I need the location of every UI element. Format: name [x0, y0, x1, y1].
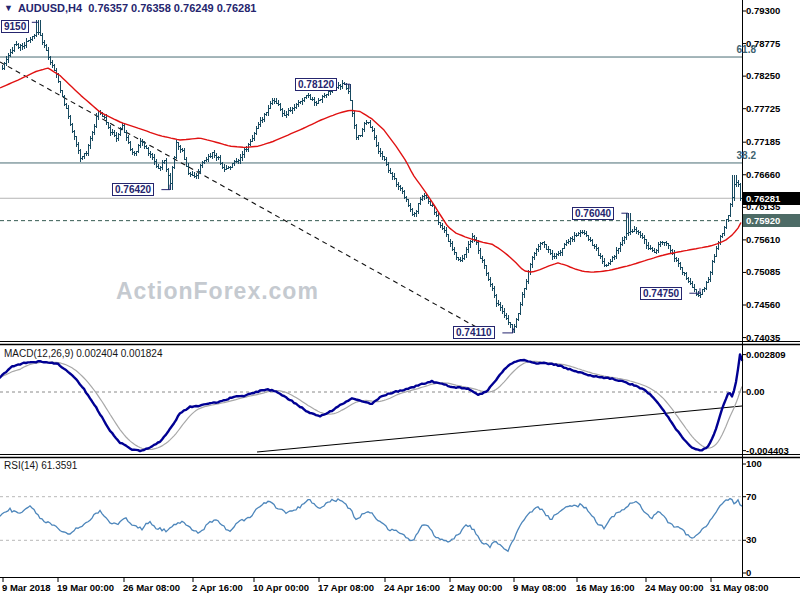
- price-axis-label: 0.75610: [746, 234, 780, 245]
- price-axis-label: 0.76660: [746, 169, 780, 180]
- macd-indicator-label: MACD(12,26,9) 0.002404 0.001824: [4, 348, 162, 359]
- symbol-info-bar[interactable]: ▼AUDUSD,H4 0.76357 0.76358 0.76249 0.762…: [4, 2, 256, 14]
- fib-level-label: 38.2: [726, 150, 756, 161]
- price-axis-label: 0.74560: [746, 299, 780, 310]
- price-annotation: 0.76040: [572, 207, 614, 220]
- falling-trendline: [0, 62, 478, 328]
- rsi-axis-label: 70: [746, 491, 757, 502]
- price-bars: [2, 20, 742, 333]
- rsi-axis-label: 100: [746, 458, 762, 469]
- time-axis-label: 24 May 00:00: [645, 582, 704, 593]
- price-axis-label: 0.77185: [746, 136, 780, 147]
- time-axis-label: 31 May 08:00: [710, 582, 769, 593]
- time-axis-label: 9 May 08:00: [513, 582, 566, 593]
- time-axis-label: 24 Apr 16:00: [384, 582, 440, 593]
- time-axis-label: 19 Mar 00:00: [57, 582, 114, 593]
- chart-canvas: [0, 0, 800, 600]
- rsi-line: [0, 499, 742, 552]
- chevron-down-icon[interactable]: ▼: [4, 3, 13, 13]
- price-axis-label: 0.75085: [746, 266, 780, 277]
- symbol-timeframe-label: AUDUSD,H4: [18, 2, 82, 14]
- price-axis-label: 0.79300: [746, 5, 780, 16]
- rsi-indicator-label: RSI(14) 61.3591: [4, 460, 77, 471]
- fib-level-label: 61.8: [726, 44, 756, 55]
- macd-axis-label: 0.002809: [746, 349, 786, 360]
- price-annotation: 9150: [1, 20, 29, 33]
- rsi-axis-label: 0: [746, 567, 751, 578]
- moving-average-line: [0, 68, 741, 272]
- macd-axis-label: 0.00: [746, 386, 765, 397]
- time-axis-label: 10 Apr 00:00: [253, 582, 309, 593]
- chart-window: ActionForex.com ▼AUDUSD,H4 0.76357 0.763…: [0, 0, 800, 600]
- price-axis-label: 0.74035: [746, 332, 780, 343]
- ma-value-tag: 0.75920: [743, 214, 800, 227]
- time-axis-label: 17 Apr 08:00: [318, 582, 374, 593]
- price-annotation: 0.74110: [453, 326, 495, 339]
- macd-axis-label: -0.004403: [746, 445, 789, 456]
- time-axis-label: 2 May 00:00: [449, 582, 502, 593]
- price-annotation: 0.76420: [112, 183, 154, 196]
- time-axis-label: 26 Mar 08:00: [123, 582, 180, 593]
- current-price-tag: 0.76281: [743, 192, 800, 205]
- macd-signal-line: [0, 361, 742, 449]
- price-annotation: 0.78120: [295, 78, 337, 91]
- time-axis-label: 2 Apr 16:00: [192, 582, 243, 593]
- ohlc-values: 0.76357 0.76358 0.76249 0.76281: [88, 2, 256, 14]
- macd-main-line: [0, 355, 742, 452]
- time-axis-label: 9 Mar 2018: [2, 582, 51, 593]
- time-axis-label: 16 May 16:00: [576, 582, 635, 593]
- price-annotation: 0.74750: [640, 287, 682, 300]
- rsi-axis-label: 30: [746, 534, 757, 545]
- price-axis-label: 0.77725: [746, 103, 780, 114]
- price-axis-label: 0.78250: [746, 70, 780, 81]
